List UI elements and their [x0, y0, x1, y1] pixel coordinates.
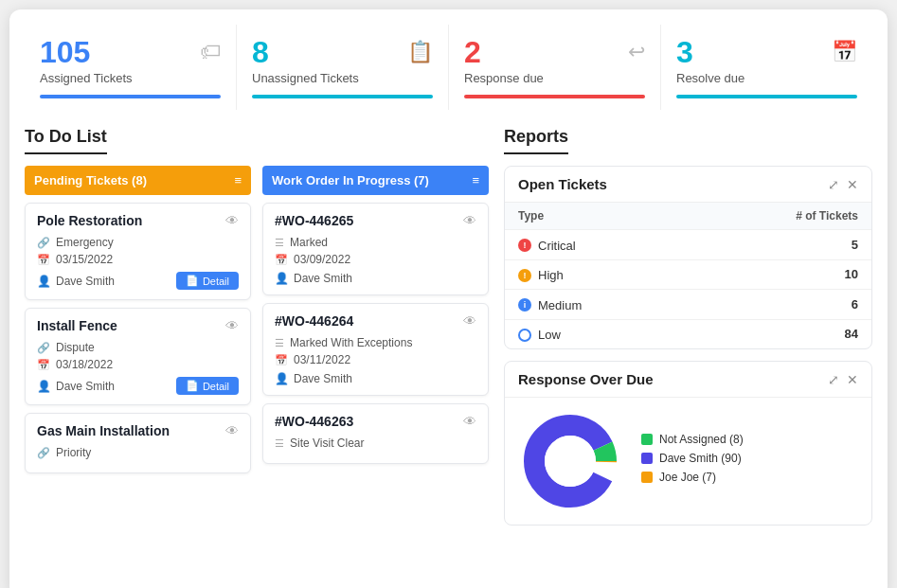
tag-icon-2: 🔗	[37, 342, 50, 354]
tag-icon-1: 🔗	[37, 237, 50, 249]
wo-eye-icon-1[interactable]: 👁	[463, 213, 476, 228]
resolve-bar	[676, 95, 857, 98]
open-ticket-row-1: ! High 10	[505, 259, 871, 290]
open-tickets-header: Open Tickets ⤢ ✕	[505, 167, 871, 203]
inprogress-header: Work Order In Progress (7) ≡	[262, 166, 489, 195]
type-dot-2: i	[518, 298, 531, 312]
ticket-tag-3: 🔗 Priority	[37, 446, 239, 459]
pending-ticket-2: Install Fence 👁 🔗 Dispute 📅 03/18/2022	[25, 308, 251, 405]
close-overdue-btn[interactable]: ✕	[847, 372, 858, 387]
eye-icon-3[interactable]: 👁	[225, 423, 239, 438]
eye-icon-2[interactable]: 👁	[225, 318, 239, 333]
open-tickets-title: Open Tickets	[518, 176, 607, 192]
detail-btn-2[interactable]: 📄 Detail	[176, 377, 239, 395]
open-tickets-card: Open Tickets ⤢ ✕ Type # of Tickets	[504, 166, 872, 349]
wo-user-2: 👤 Dave Smith	[275, 372, 352, 385]
reports-section-title: Reports	[504, 127, 568, 154]
eye-icon-1[interactable]: 👁	[225, 213, 239, 228]
ticket-date-2: 📅 03/18/2022	[37, 358, 239, 371]
wo-header-2: #WO-446264 👁	[275, 313, 476, 329]
pending-ticket-1: Pole Restoration 👁 🔗 Emergency 📅 03/15/2…	[25, 203, 251, 300]
type-indicator-3: i Low	[518, 328, 561, 342]
stat-card-response: 2 Response due ↩	[449, 25, 661, 110]
wo-ticket-1: #WO-446265 👁 ☰ Marked 📅 03/09/2022	[262, 203, 489, 295]
resolve-icon: 📅	[832, 40, 857, 64]
ticket-user-2: 👤 Dave Smith	[37, 380, 115, 393]
todo-columns: Pending Tickets (8) ≡ Pole Restoration 👁…	[25, 166, 489, 481]
wo-header-3: #WO-446263 👁	[275, 414, 476, 429]
legend-dave-smith-label: Dave Smith (90)	[659, 452, 742, 465]
ticket-type-3: i Low	[505, 319, 690, 348]
unassigned-number: 8	[252, 36, 433, 69]
ticket-header-1: Pole Restoration 👁	[37, 213, 239, 228]
expand-overdue-btn[interactable]: ⤢	[828, 372, 839, 387]
assigned-label: Assigned Tickets	[40, 71, 221, 85]
wo-eye-icon-2[interactable]: 👁	[463, 313, 476, 329]
col-count-header: # of Tickets	[690, 203, 871, 230]
user-icon-1: 👤	[37, 275, 51, 288]
wo-header-1: #WO-446265 👁	[275, 213, 476, 228]
wo-date-2: 📅 03/11/2022	[275, 353, 476, 366]
response-icon: ↩	[628, 40, 645, 64]
donut-legend: Not Assigned (8) Dave Smith (90) Joe Joe…	[641, 433, 744, 490]
close-open-tickets-btn[interactable]: ✕	[847, 177, 858, 192]
wo-tag-2: ☰ Marked With Exceptions	[275, 336, 476, 349]
open-tickets-table: Type # of Tickets ! Critical 5 ! High	[505, 203, 871, 348]
wo-title-3: #WO-446263	[275, 414, 353, 429]
wo-user-1: 👤 Dave Smith	[275, 272, 352, 285]
open-tickets-actions: ⤢ ✕	[828, 177, 858, 192]
main-container: 105 Assigned Tickets 🏷 8 Unassigned Tick…	[9, 9, 888, 588]
wo-eye-icon-3[interactable]: 👁	[463, 414, 476, 429]
content-row: To Do List Pending Tickets (8) ≡ Pole Re…	[25, 127, 872, 537]
response-overdue-actions: ⤢ ✕	[828, 372, 858, 387]
type-label-2: Medium	[538, 298, 582, 312]
legend-dave-smith: Dave Smith (90)	[641, 452, 744, 465]
type-label-1: High	[538, 268, 564, 282]
pending-header: Pending Tickets (8) ≡	[25, 166, 251, 195]
wo-cal-icon-1: 📅	[275, 254, 288, 266]
type-indicator-0: ! Critical	[518, 239, 576, 253]
expand-open-tickets-btn[interactable]: ⤢	[828, 177, 839, 192]
resolve-label: Resolve due	[676, 71, 857, 85]
sort-icon-inprogress: ≡	[472, 173, 479, 187]
ticket-date-1: 📅 03/15/2022	[37, 253, 239, 266]
response-overdue-header: Response Over Due ⤢ ✕	[505, 362, 871, 398]
reports-panel: Reports Open Tickets ⤢ ✕ Type # of Ticke…	[504, 127, 872, 537]
wo-tag-1: ☰ Marked	[275, 236, 476, 249]
inprogress-column: Work Order In Progress (7) ≡ #WO-446265 …	[262, 166, 489, 481]
wo-cal-icon-2: 📅	[275, 354, 288, 366]
response-overdue-title: Response Over Due	[518, 371, 654, 387]
resolve-number: 3	[676, 36, 857, 69]
ticket-title-3: Gas Main Installation	[37, 423, 170, 438]
open-ticket-row-2: i Medium 6	[505, 290, 871, 320]
assigned-number: 105	[40, 36, 221, 69]
pending-label: Pending Tickets (8)	[34, 173, 147, 187]
todo-panel: To Do List Pending Tickets (8) ≡ Pole Re…	[25, 127, 489, 537]
legend-dot-green	[641, 434, 653, 445]
ticket-title-2: Install Fence	[37, 318, 117, 333]
legend-dot-blue	[641, 453, 653, 464]
pending-ticket-3: Gas Main Installation 👁 🔗 Priority	[25, 413, 251, 473]
svg-point-3	[545, 436, 596, 487]
unassigned-icon: 📋	[407, 40, 433, 64]
legend-joe-joe: Joe Joe (7)	[641, 471, 744, 484]
pending-column: Pending Tickets (8) ≡ Pole Restoration 👁…	[25, 166, 251, 481]
ticket-type-1: ! High	[505, 259, 690, 290]
ticket-count-2: 6	[690, 290, 871, 320]
cal-icon-1: 📅	[37, 254, 50, 266]
tag-icon-3: 🔗	[37, 447, 50, 459]
ticket-tag-2: 🔗 Dispute	[37, 341, 239, 354]
legend-not-assigned: Not Assigned (8)	[641, 433, 744, 446]
response-overdue-card: Response Over Due ⤢ ✕	[504, 361, 872, 526]
type-label-0: Critical	[538, 239, 576, 253]
wo-tag-3: ☰ Site Visit Clear	[275, 437, 476, 450]
wo-footer-1: 👤 Dave Smith	[275, 272, 476, 285]
ticket-count-0: 5	[690, 230, 871, 260]
ticket-header-2: Install Fence 👁	[37, 318, 239, 333]
wo-tag-icon-2: ☰	[275, 337, 284, 349]
col-type-header: Type	[505, 203, 690, 230]
ticket-count-3: 84	[690, 319, 871, 348]
detail-btn-1[interactable]: 📄 Detail	[176, 272, 239, 290]
donut-chart	[518, 409, 622, 513]
wo-title-2: #WO-446264	[275, 313, 353, 329]
